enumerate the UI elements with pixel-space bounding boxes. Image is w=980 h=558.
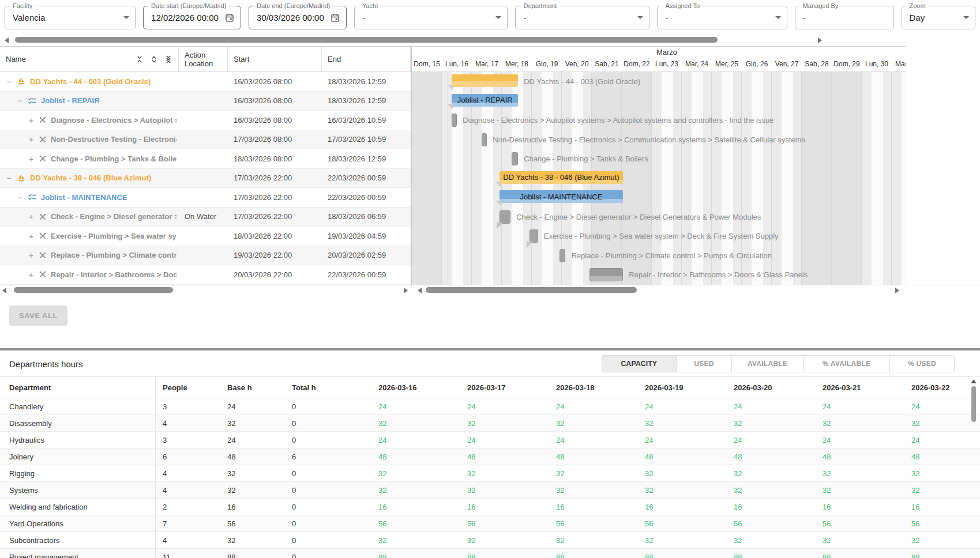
- collapse-row-icon[interactable]: −: [6, 77, 13, 86]
- gantt-task-row[interactable]: +Check - Engine > Diesel generator > D..…: [0, 208, 411, 227]
- chevron-down-icon[interactable]: [495, 16, 501, 19]
- department-name-cell: Disassembly: [0, 415, 156, 431]
- scrollbar-thumb[interactable]: [971, 386, 976, 422]
- expand-row-icon[interactable]: +: [28, 231, 35, 241]
- scroll-up-icon[interactable]: [971, 379, 977, 383]
- gantt-bar[interactable]: [500, 210, 511, 224]
- people-cell: 11: [156, 553, 220, 558]
- filter-zoom[interactable]: ZoomDay: [902, 6, 976, 29]
- daily-hours-cell: 24: [902, 402, 980, 411]
- filter-date-start[interactable]: Date start (Europe/Madrid)12/02/2026 00:…: [143, 6, 241, 29]
- daily-hours-cell: 32: [458, 469, 547, 478]
- collapse-row-icon[interactable]: −: [17, 96, 24, 105]
- gantt-bar[interactable]: [589, 268, 624, 281]
- scrollbar-thumb[interactable]: [15, 37, 718, 43]
- gantt-task-row[interactable]: +Repair - Interior > Bathrooms > Doors..…: [0, 265, 411, 285]
- gantt-bar[interactable]: [512, 152, 518, 165]
- chevron-down-icon[interactable]: [123, 16, 129, 19]
- filter-department[interactable]: Department-: [515, 6, 649, 29]
- filter-facility[interactable]: FacilityValencia: [5, 6, 136, 29]
- save-all-button[interactable]: SAVE ALL: [9, 306, 67, 326]
- scroll-right-icon[interactable]: [818, 37, 822, 43]
- department-name-cell: Subcontractors: [0, 532, 156, 548]
- daily-hours-cell: 88: [813, 553, 902, 558]
- gantt-task-row[interactable]: +Diagnose - Electronics > Autopilot sy..…: [0, 111, 411, 130]
- task-icon: [39, 154, 47, 163]
- tab-available[interactable]: % AVAILABLE: [803, 356, 889, 372]
- chevron-down-icon[interactable]: [637, 16, 643, 19]
- daily-hours-cell: 88: [369, 553, 458, 558]
- chevron-down-icon[interactable]: [963, 16, 969, 19]
- collapse-row-icon[interactable]: −: [17, 193, 24, 202]
- filter-date-end[interactable]: Date end (Europe/Madrid)30/03/2026 00:00: [249, 6, 347, 29]
- base-h-cell: 32: [220, 486, 285, 495]
- daily-hours-cell: 88: [636, 553, 724, 558]
- calendar-icon[interactable]: [330, 13, 340, 23]
- tab-used[interactable]: % USED: [889, 356, 954, 372]
- gantt-task-row[interactable]: +Exercise - Plumbing > Sea water syst...…: [0, 227, 411, 246]
- gantt-bar[interactable]: [560, 249, 566, 262]
- daily-hours-cell: 24: [813, 436, 902, 444]
- gantt-task-row[interactable]: +Change - Plumbing > Tanks & Boilers18/0…: [0, 149, 411, 169]
- tab-capacity[interactable]: CAPACITY: [602, 356, 676, 372]
- gantt-task-row[interactable]: −Joblist - REPAIR16/03/2026 08:0018/03/2…: [0, 92, 411, 111]
- filter-managed-by[interactable]: Managed By-: [795, 6, 894, 29]
- timeline-days: Dom, 15Lun, 16Mar, 17Mer, 18Gio, 19Ven, …: [412, 58, 906, 72]
- gantt-bar[interactable]: [482, 133, 487, 146]
- timeline-scrollbar-thumb[interactable]: [426, 287, 637, 293]
- filter-value: -: [803, 13, 888, 22]
- left-pane-scroll-right-icon[interactable]: [404, 288, 408, 293]
- expand-all-levels-icon[interactable]: [164, 54, 172, 65]
- left-pane-scrollbar-thumb[interactable]: [14, 287, 173, 293]
- gantt-bar[interactable]: DD Yachts - 38 - 046 (Blue Azimut): [500, 171, 624, 184]
- department-name-cell: Joinery: [0, 448, 156, 465]
- filter-label: Facility: [10, 2, 35, 9]
- expand-row-icon[interactable]: +: [28, 134, 35, 144]
- gantt-task-row[interactable]: −DD Yachts - 38 - 046 (Blue Azimut)17/03…: [0, 169, 411, 188]
- timeline-scroll-left-icon[interactable]: [418, 288, 422, 293]
- expand-row-icon[interactable]: +: [28, 115, 35, 125]
- gantt-bar[interactable]: Joblist - MAINTENANCE: [500, 190, 624, 203]
- column-header-date: 2026-03-20: [724, 383, 813, 392]
- expand-all-icon[interactable]: [150, 54, 158, 65]
- joblist-icon: [28, 193, 37, 202]
- expand-row-icon[interactable]: +: [28, 270, 35, 280]
- filter-assigned-to[interactable]: Assigned To-: [657, 6, 787, 29]
- gantt-bar[interactable]: Joblist - REPAIR: [452, 94, 518, 107]
- department-name-cell: Chandlery: [0, 398, 156, 414]
- expand-row-icon[interactable]: +: [28, 250, 35, 260]
- gantt-task-row[interactable]: −DD Yachts - 44 - 003 (Gold Oracle)16/03…: [0, 72, 411, 92]
- tab-used[interactable]: USED: [676, 356, 731, 372]
- task-icon: [39, 232, 47, 240]
- gantt-bar[interactable]: [452, 74, 518, 87]
- gantt-bottom-scrollbars: [0, 285, 980, 295]
- joblist-icon: [28, 96, 37, 105]
- daily-hours-cell: 88: [902, 553, 980, 558]
- timeline-scroll-right-icon[interactable]: [895, 288, 899, 293]
- gantt-bar[interactable]: [452, 114, 457, 127]
- department-row: Chandlery324024242424242424: [0, 398, 980, 415]
- expand-row-icon[interactable]: +: [28, 154, 35, 164]
- daily-hours-cell: 32: [902, 469, 980, 478]
- timeline-day-label: Mar, 31: [892, 58, 906, 72]
- calendar-icon[interactable]: [224, 13, 235, 23]
- collapse-all-icon[interactable]: [136, 54, 144, 65]
- gantt-task-row[interactable]: +Replace - Plumbing > Climate control...…: [0, 246, 411, 266]
- end-cell: 16/03/2026 10:59: [322, 116, 411, 125]
- collapse-row-icon[interactable]: −: [6, 173, 13, 183]
- gantt-task-row[interactable]: +Non-Destructive Testing - Electronics..…: [0, 130, 411, 150]
- scroll-left-icon[interactable]: [5, 37, 9, 43]
- chevron-down-icon[interactable]: [775, 16, 781, 19]
- timeline-day-label: Mer, 18: [502, 58, 532, 72]
- task-name-cell: −Joblist - REPAIR: [0, 96, 179, 105]
- filter-label: Date start (Europe/Madrid): [149, 2, 228, 9]
- yacht-icon: [17, 77, 26, 86]
- expand-row-icon[interactable]: +: [28, 212, 35, 221]
- gantt-task-row[interactable]: −Joblist - MAINTENANCE17/03/2026 22:0022…: [0, 188, 411, 208]
- filter-yacht[interactable]: Yacht-: [354, 6, 508, 29]
- gantt-bar-label: Check - Engine > Diesel generator > Dies…: [516, 213, 761, 221]
- task-name: DD Yachts - 38 - 046 (Blue Azimut): [30, 174, 151, 182]
- tab-available[interactable]: AVAILABLE: [731, 356, 803, 372]
- left-pane-scroll-left-icon[interactable]: [2, 288, 6, 293]
- gantt-bar[interactable]: [530, 229, 538, 243]
